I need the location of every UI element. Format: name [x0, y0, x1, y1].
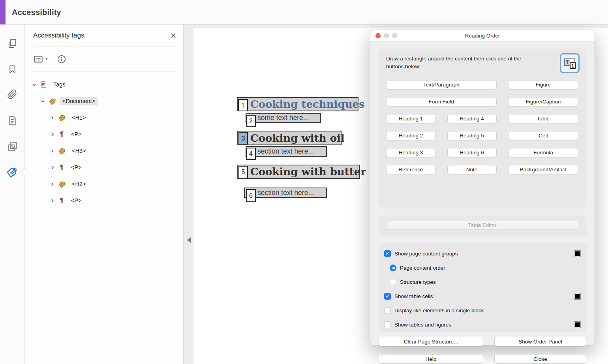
content-region-h2[interactable]: Cooking with butter — [237, 165, 360, 179]
form-field-button[interactable]: Form Field — [386, 97, 497, 106]
zoom-window-button — [392, 33, 397, 38]
chevron-right-icon[interactable] — [50, 165, 55, 170]
content-text: section text here... — [257, 189, 314, 197]
chevron-right-icon[interactable] — [50, 198, 55, 203]
reading-order-badge[interactable]: 5 — [238, 166, 248, 178]
tag-icon — [49, 98, 56, 105]
option-show-tables-and-figures: Show tables and figures — [384, 317, 581, 332]
chevron-right-icon[interactable] — [50, 115, 55, 120]
reading-order-badge[interactable]: 2 — [246, 115, 256, 127]
tree-item-h2[interactable]: <H2> — [24, 176, 183, 192]
content-region-h1[interactable]: Cooking techniques — [237, 97, 358, 111]
content-region-h2[interactable]: Cooking with oil — [237, 131, 342, 145]
content-region-text[interactable]: section text here... — [244, 188, 327, 198]
structure-draw-mode-button[interactable]: T 1 — [560, 53, 580, 73]
tree-item-p[interactable]: ¶ <P> — [24, 192, 183, 209]
background-artifact-button[interactable]: Background/Artifact — [508, 165, 578, 174]
content-text: Cooking with oil — [250, 132, 345, 144]
radio-selected[interactable] — [390, 265, 396, 271]
info-button[interactable] — [56, 54, 67, 64]
option-label: Show table cells — [394, 293, 433, 299]
tag-buttons-grid: Text/Paragraph Figure Form Field Figure/… — [386, 80, 578, 174]
option-label: Show tables and figures — [394, 322, 451, 328]
tag-options-button[interactable]: ▾ — [33, 54, 48, 64]
radio-unselected[interactable] — [390, 279, 396, 285]
tag-icon — [58, 147, 66, 155]
help-button[interactable]: Help — [379, 354, 483, 364]
reading-order-badge[interactable]: 6 — [246, 189, 256, 202]
color-swatch[interactable] — [574, 321, 581, 328]
dialog-titlebar[interactable]: Reading Order — [370, 30, 595, 41]
purple-accent-bar — [0, 0, 6, 24]
option-label: Display like elements in a single block — [394, 308, 484, 313]
color-swatch[interactable] — [574, 250, 581, 257]
page-thumbnails-icon[interactable] — [0, 112, 24, 129]
pages-icon[interactable] — [0, 35, 24, 52]
option-structure-types: Structure types — [384, 275, 581, 289]
reference-button[interactable]: Reference — [386, 165, 435, 174]
left-tool-rail — [0, 24, 24, 364]
tree-item-document[interactable]: <Document> — [24, 93, 183, 109]
page-title: Accessibility — [12, 0, 61, 24]
content-region-text[interactable]: section text here... — [246, 146, 327, 157]
reading-order-badge[interactable]: 4 — [246, 148, 256, 160]
collapse-panel-arrow-icon[interactable] — [187, 237, 191, 243]
clear-page-structure-button[interactable]: Clear Page Structure... — [379, 337, 483, 346]
chevron-right-icon[interactable] — [50, 148, 55, 154]
tree-item-label: <P> — [69, 163, 84, 172]
tree-item-h1[interactable]: <H1> — [24, 109, 183, 126]
tree-item-h3[interactable]: <H3> — [24, 143, 183, 159]
figure-button[interactable]: Figure — [508, 80, 578, 89]
checkbox-checked[interactable]: ✓ — [384, 293, 391, 300]
panel-toolbar: ▾ — [33, 47, 176, 71]
tree-item-p[interactable]: ¶ <P> — [24, 126, 183, 143]
heading-2-button[interactable]: Heading 2 — [386, 131, 435, 140]
chevron-right-icon[interactable] — [50, 182, 55, 187]
checkbox-checked[interactable]: ✓ — [384, 250, 391, 257]
chevron-right-icon[interactable] — [50, 132, 55, 137]
reading-order-badge-selected[interactable]: 3 — [238, 132, 248, 144]
content-order-icon[interactable] — [0, 138, 24, 155]
tree-item-label: <P> — [69, 130, 84, 139]
content-text: some text here... — [257, 114, 309, 122]
heading-3-button[interactable]: Heading 3 — [386, 148, 435, 157]
close-button[interactable]: Close — [494, 354, 586, 364]
heading-6-button[interactable]: Heading 6 — [447, 148, 497, 157]
chevron-down-icon[interactable] — [40, 99, 45, 104]
color-swatch[interactable] — [574, 293, 581, 300]
heading-5-button[interactable]: Heading 5 — [447, 131, 497, 140]
close-window-button[interactable] — [375, 33, 381, 38]
tag-buttons-group: Draw a rectangle around the content then… — [379, 49, 586, 207]
tree-item-tags[interactable]: Tags — [24, 76, 183, 93]
show-order-panel-button[interactable]: Show Order Panel — [494, 337, 586, 346]
accessibility-tags-panel: Accessibility tags ✕ ▾ — [24, 24, 184, 364]
checkbox-unchecked[interactable] — [384, 307, 391, 314]
option-label: Page content order — [400, 265, 445, 271]
heading-1-button[interactable]: Heading 1 — [386, 114, 435, 123]
reading-order-badge[interactable]: 1 — [238, 99, 248, 111]
note-button[interactable]: Note — [447, 165, 497, 174]
dialog-title: Reading Order — [465, 33, 500, 39]
bookmarks-icon[interactable] — [0, 60, 24, 78]
tree-item-p[interactable]: ¶ <P> — [24, 159, 183, 176]
table-button[interactable]: Table — [508, 114, 578, 123]
reading-order-dialog: Reading Order Draw a rectangle around th… — [370, 30, 595, 345]
table-editor-button: Table Editor — [386, 221, 578, 230]
formula-button[interactable]: Formula — [508, 148, 578, 157]
close-icon[interactable]: ✕ — [170, 32, 176, 39]
tree-item-label: Tags — [51, 80, 68, 89]
document-viewport-top-strip — [193, 24, 608, 28]
heading-4-button[interactable]: Heading 4 — [447, 114, 497, 123]
checkbox-unchecked[interactable] — [384, 321, 391, 328]
panel-header: Accessibility tags ✕ — [33, 24, 176, 47]
figure-caption-button[interactable]: Figure/Caption — [508, 97, 578, 106]
panel-title: Accessibility tags — [33, 32, 84, 39]
cell-button[interactable]: Cell — [508, 131, 578, 140]
pdf-file-icon — [40, 81, 47, 88]
window-controls — [375, 33, 397, 38]
attachments-icon[interactable] — [0, 86, 24, 103]
text-paragraph-button[interactable]: Text/Paragraph — [386, 80, 497, 89]
option-display-like-elements: Display like elements in a single block — [384, 303, 581, 317]
content-region-text[interactable]: some text here... — [246, 113, 321, 123]
chevron-down-icon[interactable] — [32, 82, 37, 87]
